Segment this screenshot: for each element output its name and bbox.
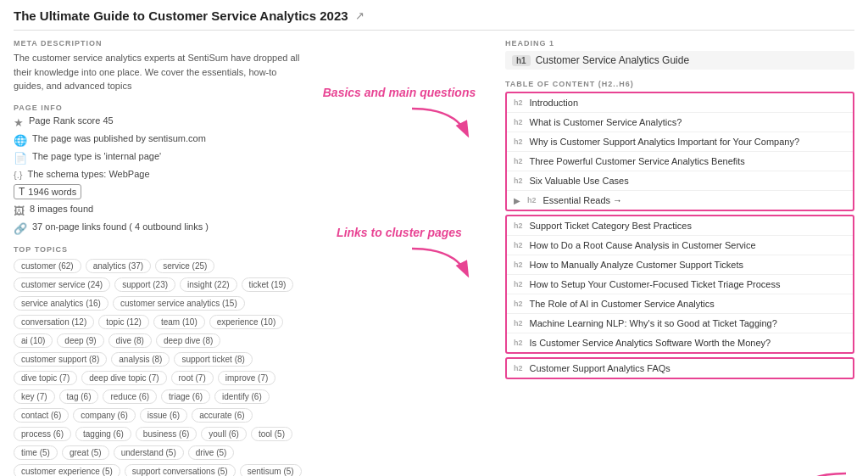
topic-tag: tool (5) [251,427,292,441]
left-column: META DESCRIPTION The customer service an… [14,39,302,476]
toc-item[interactable]: h2What is Customer Service Analytics? [507,113,853,132]
faq-annotation: FAQ [787,469,854,477]
star-icon: ★ [14,116,24,129]
toc-item[interactable]: ▶h2Essential Reads → [507,191,853,210]
topic-tag: identify (6) [214,389,270,404]
annotations-area: Basics and main questions Links to clust… [319,39,488,476]
toc-item[interactable]: h2Three Powerful Customer Service Analyt… [507,152,853,171]
toc-item-text: Customer Support Analytics FAQs [530,363,670,373]
toc-item[interactable]: h2The Role of AI in Customer Service Ana… [507,294,853,314]
words-item: T 1946 words [14,184,302,199]
h1-row: h1 Customer Service Analytics Guide [505,51,854,70]
topic-tag: support ticket (8) [174,352,252,367]
toc-h-badge: h2 [514,137,523,146]
topic-tag: accurate (6) [192,408,252,423]
top-topics-section: TOP TOPICS customer (62)analytics (37)se… [14,245,302,477]
topic-tag: improve (7) [218,371,276,385]
toc-h-badge: h2 [514,260,523,269]
topic-tag: customer service (24) [14,277,110,292]
topic-tag: root (7) [171,371,214,385]
toc-section: TABLE OF CONTENT (H2..H6) h2Introduction… [505,80,854,379]
page-type-text: The page type is 'internal page' [32,151,161,161]
basics-arrow [403,104,471,138]
globe-icon: 🌐 [14,134,27,147]
toc-item[interactable]: h2How to Do a Root Cause Analysis in Cus… [507,236,853,255]
topic-tag: insight (22) [180,277,236,292]
topic-tag: topic (12) [98,315,149,329]
faq-arrow [787,469,854,477]
toc-h-badge: h2 [514,118,523,126]
toc-h-badge: h2 [514,157,523,165]
link-icon: 🔗 [14,222,27,235]
heading1-label: HEADING 1 [505,39,854,48]
toc-item[interactable]: h2Six Valuable Use Cases [507,171,853,191]
topic-tag: team (10) [153,315,205,329]
h1-text: Customer Service Analytics Guide [536,54,689,66]
meta-description-label: META DESCRIPTION [14,39,302,48]
title-bar: The Ultimate Guide to Customer Service A… [14,8,854,31]
links-annotation-text: Links to cluster pages [337,226,462,239]
toc-item-text: How to Do a Root Cause Analysis in Custo… [530,240,756,250]
topic-tag: triage (6) [161,389,210,404]
toc-item-text: Introduction [530,98,578,108]
topic-tag: service (25) [155,259,214,273]
links-arrow [403,244,471,278]
topic-tag: reduce (6) [103,389,157,404]
toc-group3: h2Customer Support Analytics FAQs [505,357,854,379]
topic-tag: support (23) [114,277,175,292]
toc-item[interactable]: h2Introduction [507,93,853,113]
topic-tag: youll (6) [201,427,247,441]
toc-item-text: Three Powerful Customer Service Analytic… [530,156,745,166]
image-icon: 🖼 [14,204,25,217]
images-item: 🖼 8 images found [14,204,302,217]
toc-item[interactable]: h2Why is Customer Support Analytics Impo… [507,132,853,152]
topic-tag: drive (5) [188,445,235,460]
toc-label: TABLE OF CONTENT (H2..H6) [505,80,854,88]
words-count: 1946 words [28,187,76,197]
topic-tag: analytics (37) [86,259,151,273]
topic-tag: process (6) [14,427,71,441]
topic-tag: contact (6) [14,408,69,423]
toc-item[interactable]: h2Customer Support Analytics FAQs [507,359,853,378]
toc-item[interactable]: h2How to Manually Analyze Customer Suppo… [507,255,853,275]
publisher-item: 🌐 The page was published by sentisum.com [14,133,302,147]
topic-tag: tagging (6) [75,427,131,441]
toc-item[interactable]: h2Is Customer Service Analytics Software… [507,333,853,352]
page-title: The Ultimate Guide to Customer Service A… [14,8,348,23]
topic-tag: customer support (8) [14,352,107,367]
toc-item-text: Machine Learning NLP: Why's it so Good a… [530,318,777,328]
toc-item-text: Six Valuable Use Cases [530,176,629,186]
toc-item[interactable]: h2Machine Learning NLP: Why's it so Good… [507,314,853,333]
page-wrapper: The Ultimate Guide to Customer Service A… [0,0,868,476]
topic-tag: sentisum (5) [240,464,302,477]
toc-item-text: Is Customer Service Analytics Software W… [530,338,771,348]
toc-item[interactable]: h2How to Setup Your Customer-Focused Tic… [507,275,853,294]
schema-item: {.} The schema types: WebPage [14,169,302,180]
toc-group1: h2Introductionh2What is Customer Service… [505,92,854,211]
topic-tag: dive topic (7) [14,371,77,385]
toc-item-text: How to Setup Your Customer-Focused Ticke… [530,279,781,289]
topic-tag: issue (6) [140,408,187,423]
links-annotation: Links to cluster pages [319,226,480,281]
h1-badge: h1 [512,55,531,66]
toc-h-badge: h2 [514,280,523,288]
topic-tag: customer experience (5) [14,464,120,477]
toc-item-text: The Role of AI in Customer Service Analy… [530,299,715,309]
toc-item-text: Why is Customer Support Analytics Import… [530,137,800,147]
toc-item[interactable]: h2Support Ticket Category Best Practices [507,216,853,236]
topic-tag: analysis (8) [111,352,170,367]
main-content: META DESCRIPTION The customer service an… [14,39,854,476]
topic-tag: dive (8) [108,333,152,348]
external-link-icon[interactable]: ↗ [355,9,364,22]
page-info-section: PAGE INFO ★ Page Rank score 45 🌐 The pag… [14,104,302,235]
toc-h-badge: h2 [514,339,523,347]
images-text: 8 images found [30,204,93,214]
page-rank-text: Page Rank score 45 [29,115,114,126]
topic-tag: conversation (12) [14,315,94,329]
toc-item-text: Support Ticket Category Best Practices [530,221,692,231]
expand-icon: ▶ [514,196,520,205]
page-type-item: 📄 The page type is 'internal page' [14,151,302,165]
topic-tag: time (5) [14,445,58,460]
page-info-label: PAGE INFO [14,104,302,112]
basics-annotation-text: Basics and main questions [323,86,476,99]
